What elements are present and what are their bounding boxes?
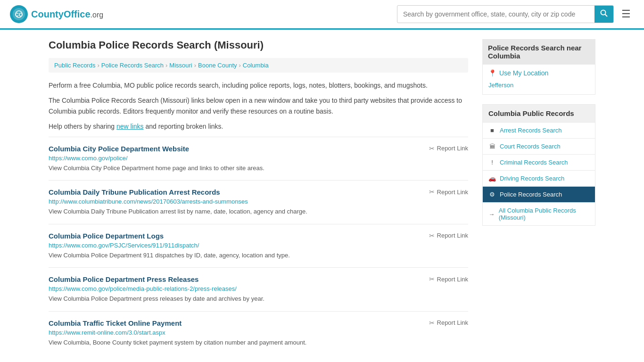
results-list: Columbia City Police Department Website … [49, 137, 468, 355]
result-item: Columbia Daily Tribune Publication Arres… [49, 180, 468, 224]
sidebar-nav-item-3[interactable]: 🚗Driving Records Search [483, 170, 595, 186]
report-link-label: Report Link [437, 276, 468, 283]
sidebar-nav-item-0[interactable]: ■Arrest Records Search [483, 122, 595, 138]
result-title-1[interactable]: Columbia Daily Tribune Publication Arres… [49, 188, 220, 196]
breadcrumb-columbia[interactable]: Columbia [243, 62, 269, 69]
result-url-0[interactable]: https://www.como.gov/police/ [49, 155, 468, 162]
result-title-3[interactable]: Columbia Police Department Press Release… [49, 275, 198, 283]
breadcrumb: Public Records › Police Records Search ›… [49, 58, 468, 73]
nav-label-1: Court Records Search [500, 143, 561, 150]
report-link-2[interactable]: ✂ Report Link [429, 232, 468, 239]
nearby-location-link[interactable]: Jefferson [488, 81, 589, 90]
result-desc-2: View Columbia Police Department 911 disp… [49, 251, 468, 260]
sidebar-nav-item-4[interactable]: ⚙Police Records Search [483, 186, 595, 202]
result-header: Columbia Police Department Logs ✂ Report… [49, 232, 468, 240]
scissors-icon: ✂ [429, 319, 435, 327]
nav-icon-1: 🏛 [488, 143, 496, 150]
search-button[interactable] [594, 6, 613, 23]
result-url-4[interactable]: https://www.remit-online.com/3.0/start.a… [49, 329, 468, 336]
nav-label-4: Police Records Search [500, 191, 562, 198]
result-title-2[interactable]: Columbia Police Department Logs [49, 232, 164, 240]
svg-line-5 [605, 14, 607, 16]
result-desc-1: View Columbia Daily Tribune Publication … [49, 207, 468, 216]
result-title-0[interactable]: Columbia City Police Department Website [49, 145, 189, 153]
search-bar [397, 5, 614, 23]
public-records-nav-title: Columbia Public Records [483, 105, 595, 122]
result-desc-0: View Columbia City Police Department hom… [49, 164, 468, 173]
nearby-section: Police Records Search near Columbia 📍 Us… [482, 39, 595, 95]
result-desc-4: View Columbia, Boone County ticket payme… [49, 338, 468, 347]
public-records-nav: Columbia Public Records ■Arrest Records … [482, 104, 595, 226]
report-link-0[interactable]: ✂ Report Link [429, 145, 468, 152]
nav-icon-2: ! [488, 159, 496, 166]
sidebar-nav-item-2[interactable]: !Criminal Records Search [483, 154, 595, 170]
scissors-icon: ✂ [429, 275, 435, 283]
sidebar-nav-item-5[interactable]: →All Columbia Public Records (Missouri) [483, 202, 595, 225]
search-area: ☰ [397, 5, 635, 23]
nav-label-0: Arrest Records Search [500, 127, 562, 134]
breadcrumb-boone-county[interactable]: Boone County [198, 62, 237, 69]
main-container: Columbia Police Records Search (Missouri… [39, 30, 605, 362]
report-link-4[interactable]: ✂ Report Link [429, 319, 468, 327]
result-item: Columbia City Police Department Website … [49, 137, 468, 181]
page-header: CO CountyOffice.org ☰ [0, 0, 644, 30]
use-location-label: Use My Location [499, 69, 548, 77]
result-header: Columbia City Police Department Website … [49, 145, 468, 153]
logo-text: CountyOffice.org [31, 9, 103, 20]
description-3: Help others by sharing new links and rep… [49, 121, 468, 132]
result-header: Columbia Daily Tribune Publication Arres… [49, 188, 468, 196]
nearby-section-title: Police Records Search near Columbia [482, 39, 595, 65]
nav-label-3: Driving Records Search [500, 175, 564, 182]
use-location[interactable]: 📍 Use My Location [488, 69, 589, 77]
breadcrumb-public-records[interactable]: Public Records [54, 62, 95, 69]
result-url-2[interactable]: https://www.como.gov/PSJC/Services/911/9… [49, 242, 468, 249]
description-3-pre: Help others by sharing [49, 123, 116, 130]
menu-icon[interactable]: ☰ [618, 6, 635, 22]
report-link-label: Report Link [437, 319, 468, 326]
breadcrumb-police-records-search[interactable]: Police Records Search [101, 62, 164, 69]
nav-icon-3: 🚗 [488, 175, 496, 182]
logo-area: CO CountyOffice.org [9, 5, 103, 24]
nav-icon-4: ⚙ [488, 191, 496, 198]
content-area: Columbia Police Records Search (Missouri… [49, 39, 468, 354]
report-link-3[interactable]: ✂ Report Link [429, 275, 468, 283]
description-1: Perform a free Columbia, MO public polic… [49, 80, 468, 90]
result-header: Columbia Traffic Ticket Online Payment ✂… [49, 319, 468, 327]
scissors-icon: ✂ [429, 188, 435, 196]
nav-label-2: Criminal Records Search [500, 159, 568, 166]
report-link-1[interactable]: ✂ Report Link [429, 188, 468, 196]
sidebar: Police Records Search near Columbia 📍 Us… [482, 39, 595, 354]
result-item: Columbia Traffic Ticket Online Payment ✂… [49, 311, 468, 355]
nav-label-5: All Columbia Public Records (Missouri) [499, 207, 589, 221]
result-item: Columbia Police Department Press Release… [49, 267, 468, 311]
sidebar-nav-items: ■Arrest Records Search🏛Court Records Sea… [483, 122, 595, 225]
result-item: Columbia Police Department Logs ✂ Report… [49, 224, 468, 268]
result-title-4[interactable]: Columbia Traffic Ticket Online Payment [49, 319, 182, 327]
scissors-icon: ✂ [429, 145, 435, 152]
nearby-section-body: 📍 Use My Location Jefferson [482, 65, 595, 95]
result-desc-3: View Columbia Police Department press re… [49, 294, 468, 304]
page-title: Columbia Police Records Search (Missouri… [49, 39, 468, 51]
location-pin-icon: 📍 [488, 69, 496, 77]
breadcrumb-missouri[interactable]: Missouri [169, 62, 192, 69]
result-url-3[interactable]: https://www.como.gov/police/media-public… [49, 285, 468, 292]
sidebar-nav-item-1[interactable]: 🏛Court Records Search [483, 138, 595, 154]
description-2: The Columbia Police Records Search (Miss… [49, 95, 468, 116]
report-link-label: Report Link [437, 232, 468, 239]
report-link-label: Report Link [437, 145, 468, 152]
new-links-link[interactable]: new links [116, 123, 144, 130]
result-header: Columbia Police Department Press Release… [49, 275, 468, 283]
description-3-post: and reporting broken links. [144, 123, 223, 130]
logo-icon: CO [9, 5, 28, 24]
nav-icon-0: ■ [488, 127, 496, 134]
search-icon [600, 9, 608, 17]
search-input[interactable] [397, 7, 594, 22]
result-url-1[interactable]: http://www.columbiatribune.com/news/2017… [49, 198, 468, 205]
nav-icon-5: → [488, 211, 495, 218]
scissors-icon: ✂ [429, 232, 435, 239]
report-link-label: Report Link [437, 189, 468, 196]
